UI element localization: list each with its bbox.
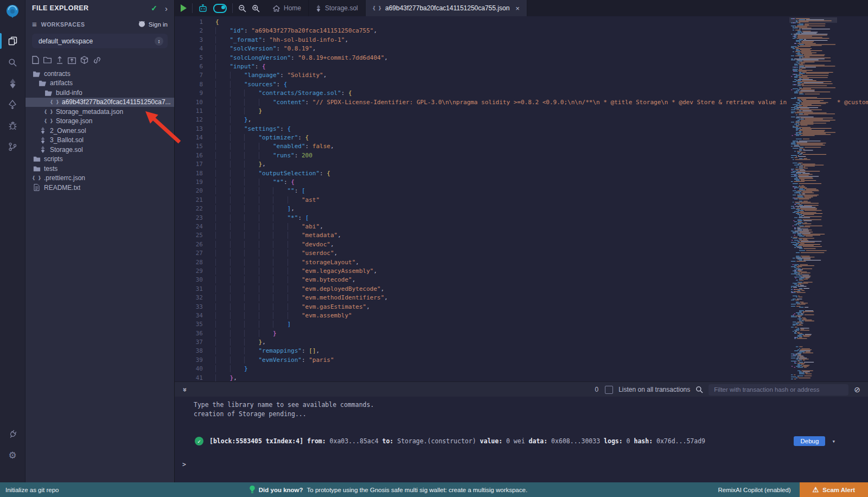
did-you-know-tip: Did you know? To prototype using the Gno… bbox=[59, 486, 718, 494]
new-file-button[interactable] bbox=[32, 56, 39, 64]
search-icon[interactable] bbox=[695, 386, 703, 393]
hamburger-menu-icon[interactable]: ≡ bbox=[32, 20, 37, 29]
tree-item-label: 2_Owner.sol bbox=[50, 127, 86, 135]
transaction-summary: [block:5583405 txIndex:4] from: 0xa03...… bbox=[209, 437, 705, 445]
folder-icon bbox=[32, 165, 41, 172]
tree-item[interactable]: { }Storage_metadata.json bbox=[25, 107, 174, 117]
new-folder-button[interactable] bbox=[43, 56, 52, 63]
check-icon[interactable]: ✓ bbox=[151, 4, 157, 12]
panel-title: FILE EXPLORER bbox=[32, 4, 151, 12]
terminal-prompt[interactable]: > bbox=[175, 461, 868, 468]
file-explorer-icon bbox=[8, 36, 17, 46]
upload-file-button[interactable] bbox=[56, 56, 63, 64]
tab-bar: HomeStorage.sol{ }a69b43f277ba20fcac1411… bbox=[175, 0, 868, 16]
terminal-log-line: creation of Storage pending... bbox=[175, 410, 868, 419]
sidebar-icon-solidity-compiler[interactable] bbox=[0, 73, 25, 94]
transaction-count: 0 bbox=[595, 386, 599, 393]
solidity-icon bbox=[316, 5, 321, 12]
upload-folder-button[interactable] bbox=[68, 56, 76, 64]
solidity-icon bbox=[38, 127, 47, 134]
sidebar-icon-deploy-and-run[interactable] bbox=[0, 94, 25, 115]
home-icon bbox=[273, 5, 280, 12]
copilot-toggle[interactable] bbox=[213, 4, 227, 13]
transaction-filter-input[interactable] bbox=[709, 384, 848, 396]
tree-item[interactable]: { }a69b43f277ba20fcac141151250ca7... bbox=[25, 98, 174, 107]
listen-checkbox[interactable] bbox=[605, 386, 613, 394]
sidebar-icon-file-explorer[interactable] bbox=[0, 30, 25, 52]
tree-item-label: Storage.sol bbox=[50, 146, 83, 154]
tree-item[interactable]: { }.prettierrc.json bbox=[25, 174, 174, 183]
terminal-log: Type the library name to see available c… bbox=[175, 397, 868, 418]
lightbulb-icon bbox=[250, 486, 255, 494]
sign-in-label: Sign in bbox=[149, 21, 168, 28]
bug-icon bbox=[8, 121, 17, 130]
expand-transaction-icon[interactable]: ▾ bbox=[832, 438, 835, 445]
tree-item[interactable]: { }Storage.json bbox=[25, 117, 174, 126]
zoom-in-button[interactable] bbox=[252, 4, 260, 12]
tree-item[interactable]: tests bbox=[25, 164, 174, 174]
warning-icon: ⚠ bbox=[813, 486, 819, 494]
tree-item[interactable]: 2_Owner.sol bbox=[25, 126, 174, 136]
tree-item-label: tests bbox=[44, 165, 58, 173]
json-icon: { } bbox=[44, 109, 53, 114]
select-arrows-icon: ▴▾ bbox=[155, 37, 163, 46]
code-editor[interactable]: 1234567891011121314151617181920212223242… bbox=[175, 16, 868, 381]
tab-storage-sol[interactable]: Storage.sol bbox=[309, 0, 366, 16]
github-icon bbox=[138, 21, 146, 28]
terminal-collapse-icon[interactable]: « bbox=[180, 387, 188, 391]
sidebar-icon-plugin-manager[interactable] bbox=[0, 424, 25, 445]
git-branch-icon bbox=[8, 142, 17, 151]
tab-home[interactable]: Home bbox=[266, 0, 309, 16]
ai-robot-button[interactable] bbox=[198, 4, 208, 12]
tip-text: To prototype using the Gnosis safe multi… bbox=[307, 487, 528, 493]
editor-controls bbox=[175, 0, 266, 16]
debug-button[interactable]: Debug bbox=[794, 436, 825, 446]
json-icon: { } bbox=[44, 118, 53, 124]
transaction-row[interactable]: ✓ [block:5583405 txIndex:4] from: 0xa03.… bbox=[175, 435, 868, 447]
sidebar-icon-git[interactable] bbox=[0, 136, 25, 157]
tree-item[interactable]: build-info bbox=[25, 88, 174, 98]
terminal[interactable]: Type the library name to see available c… bbox=[175, 397, 868, 482]
tree-item-label: README.txt bbox=[44, 184, 80, 192]
tree-item-label: Storage_metadata.json bbox=[56, 108, 123, 116]
tree-item[interactable]: 3_Ballot.sol bbox=[25, 136, 174, 145]
sidebar-icon-debugger[interactable] bbox=[0, 115, 25, 136]
git-init-status[interactable]: Initialize as git repo bbox=[5, 487, 59, 493]
copilot-status[interactable]: RemixAI Copilot (enabled) bbox=[718, 487, 790, 493]
scam-alert-badge[interactable]: ⚠ Scam Alert bbox=[800, 482, 868, 497]
json-icon: { } bbox=[32, 175, 41, 181]
transaction-actions: Debug ▾ bbox=[794, 436, 835, 446]
active-indicator bbox=[0, 33, 2, 49]
sidebar-icon-search[interactable] bbox=[0, 52, 25, 73]
ipfs-box-icon[interactable] bbox=[80, 56, 88, 64]
remix-logo[interactable] bbox=[4, 3, 21, 21]
tree-item[interactable]: Storage.sol bbox=[25, 145, 174, 155]
tree-item[interactable]: contracts bbox=[25, 69, 174, 79]
tree-item-label: 3_Ballot.sol bbox=[50, 136, 84, 144]
workspace-select[interactable]: default_workspace ▴▾ bbox=[32, 34, 168, 48]
solidity-icon bbox=[38, 137, 47, 144]
gear-icon: ⚙ bbox=[8, 451, 16, 460]
terminal-controls: 0 Listen on all transactions ⊘ bbox=[595, 384, 861, 396]
tree-item[interactable]: scripts bbox=[25, 155, 174, 164]
minimap[interactable] bbox=[789, 16, 837, 381]
listen-label[interactable]: Listen on all transactions bbox=[618, 386, 690, 393]
clear-console-icon[interactable]: ⊘ bbox=[854, 385, 860, 394]
separator bbox=[192, 3, 193, 13]
sidebar-icon-settings[interactable]: ⚙ bbox=[0, 445, 25, 466]
tree-item-label: .prettierrc.json bbox=[44, 174, 85, 182]
folder-open-icon bbox=[44, 90, 53, 96]
tab-a69b43f277ba20fcac141151250ca755-json[interactable]: { }a69b43f277ba20fcac141151250ca755.json… bbox=[366, 0, 527, 16]
close-tab-icon[interactable]: × bbox=[515, 4, 520, 12]
tree-item[interactable]: artifacts bbox=[25, 79, 174, 88]
chevron-right-icon[interactable]: › bbox=[165, 4, 168, 13]
plug-icon bbox=[6, 428, 19, 441]
sign-in-button[interactable]: Sign in bbox=[138, 21, 168, 28]
zoom-out-button[interactable] bbox=[238, 4, 246, 12]
folder-open-icon bbox=[38, 80, 47, 86]
remix-ide-window: ⚙ FILE EXPLORER ✓ › ≡ WORKSPACES Sign in… bbox=[0, 0, 868, 497]
run-script-button[interactable] bbox=[181, 4, 187, 12]
link-icon[interactable] bbox=[93, 56, 101, 64]
solidity-icon bbox=[38, 146, 47, 153]
tree-item[interactable]: README.txt bbox=[25, 183, 174, 193]
